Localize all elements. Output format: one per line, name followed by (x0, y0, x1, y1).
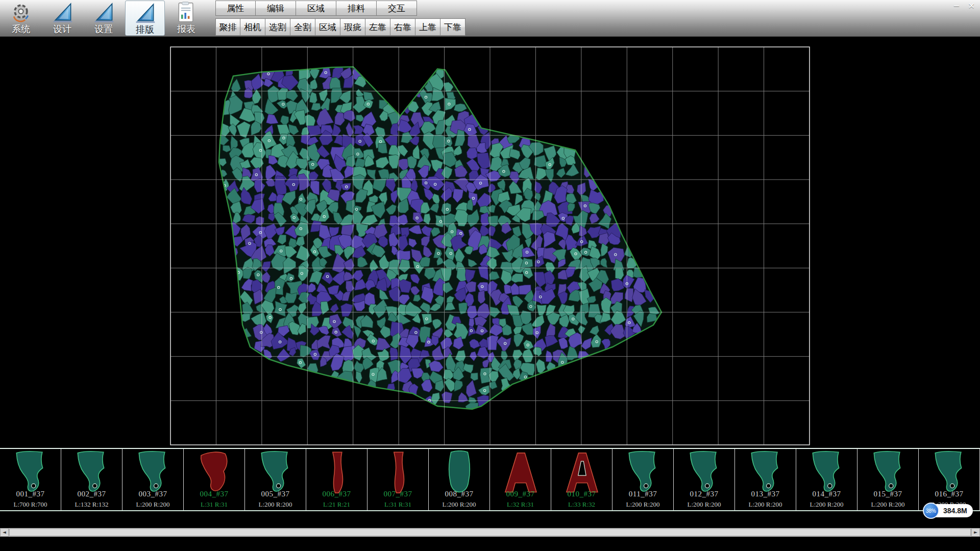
tab-system[interactable]: 系统 (1, 1, 41, 36)
scroll-left-arrow-icon[interactable]: ◄ (0, 528, 9, 537)
tool-align-right[interactable]: 右靠 (390, 18, 415, 36)
piece-lr-label: L:200 R:200 (612, 500, 673, 509)
tab-report[interactable]: 报表 (166, 1, 206, 36)
piece-lr-label: L:200 R:200 (857, 500, 918, 509)
piece-thumbnail[interactable]: 011_#37 L:200 R:200 (612, 449, 674, 510)
tab-nesting-label: 排版 (136, 24, 154, 35)
menu-region[interactable]: 区域 (296, 1, 336, 16)
tool-cut-selected[interactable]: 选割 (265, 18, 290, 36)
piece-name: 004_#37 (184, 490, 244, 498)
piece-shape (495, 450, 546, 495)
sail-icon (51, 2, 74, 24)
tab-settings[interactable]: 设置 (84, 1, 124, 36)
piece-thumbnail[interactable]: 012_#37 L:200 R:200 (674, 449, 735, 510)
tab-report-label: 报表 (177, 24, 195, 34)
piece-shape (434, 450, 485, 495)
piece-lr-label: L:700 R:700 (0, 500, 61, 509)
tool-align-top[interactable]: 上靠 (415, 18, 440, 36)
tool-cut-all[interactable]: 全割 (290, 18, 315, 36)
piece-shape (373, 450, 424, 495)
piece-lr-label: L:31 R:31 (368, 500, 428, 509)
piece-shape (801, 450, 852, 495)
piece-name: 002_#37 (61, 490, 122, 498)
piece-lr-label: L:200 R:200 (674, 500, 734, 509)
piece-name: 010_#37 (551, 490, 612, 498)
nesting-canvas-area[interactable] (0, 37, 980, 448)
tool-region[interactable]: 区域 (315, 18, 340, 36)
piece-name: 006_#37 (306, 490, 367, 498)
piece-shape (618, 450, 669, 495)
piece-thumbnail-strip: 001_#37 L:700 R:700 002_#37 L:132 R:132 … (0, 448, 980, 511)
tool-camera[interactable]: 相机 (240, 18, 265, 36)
piece-shape (250, 450, 301, 495)
progress-percent: 38% (926, 508, 936, 514)
piece-thumbnail[interactable]: 007_#37 L:31 R:31 (368, 449, 429, 510)
piece-lr-label: L:200 R:200 (245, 500, 306, 509)
piece-shape (128, 450, 179, 495)
piece-shape (189, 450, 240, 495)
piece-lr-label: L:32 R:31 (490, 500, 551, 509)
piece-thumbnail[interactable]: 004_#37 L:31 R:31 (184, 449, 245, 510)
menu-edit[interactable]: 编辑 (256, 1, 296, 16)
piece-thumbnail[interactable]: 013_#37 L:200 R:200 (735, 449, 796, 510)
piece-name: 011_#37 (612, 490, 673, 498)
piece-name: 007_#37 (368, 490, 428, 498)
piece-thumbnail[interactable]: 005_#37 L:200 R:200 (245, 449, 306, 510)
piece-lr-label: L:200 R:200 (735, 500, 796, 509)
scrollbar-thumb[interactable] (9, 529, 971, 536)
tab-nesting[interactable]: 排版 (125, 1, 165, 36)
piece-thumbnail[interactable]: 014_#37 L:200 R:200 (796, 449, 857, 510)
piece-lr-label: L:31 R:31 (184, 500, 244, 509)
piece-thumbnail[interactable]: 006_#37 L:21 R:21 (306, 449, 368, 510)
piece-name: 009_#37 (490, 490, 551, 498)
menu-nest[interactable]: 排料 (336, 1, 377, 16)
piece-shape (740, 450, 791, 495)
piece-name: 016_#37 (919, 490, 979, 498)
piece-thumbnail[interactable]: 008_#37 L:200 R:200 (429, 449, 490, 510)
piece-lr-label: L:132 R:132 (61, 500, 122, 509)
piece-thumbnail[interactable]: 002_#37 L:132 R:132 (61, 449, 122, 510)
tool-align-left[interactable]: 左靠 (365, 18, 390, 36)
report-icon (175, 2, 198, 24)
close-button[interactable]: ✕ (968, 2, 975, 11)
piece-shape (311, 450, 362, 495)
tool-align-bottom[interactable]: 下靠 (440, 18, 465, 36)
app-mode-tabs: 系统 设计 设置 排版 (1, 1, 206, 36)
piece-thumbnail[interactable]: 010_#37 L:33 R:32 (551, 449, 612, 510)
piece-thumbnail[interactable]: 003_#37 L:200 R:200 (122, 449, 184, 510)
sail-icon (92, 2, 115, 24)
menu-properties[interactable]: 属性 (215, 1, 256, 16)
piece-shape (66, 450, 117, 495)
piece-name: 003_#37 (122, 490, 183, 498)
menu-row-primary: 属性 编辑 区域 排料 交互 (215, 1, 465, 16)
piece-thumbnail[interactable]: 015_#37 L:200 R:200 (857, 449, 919, 510)
piece-thumbnail[interactable]: 009_#37 L:32 R:31 (490, 449, 551, 510)
piece-lr-label: L:200 R:200 (429, 500, 489, 509)
memory-value: 384.8M (943, 507, 967, 515)
tool-cluster-nest[interactable]: 聚排 (215, 18, 240, 36)
menu-area: 属性 编辑 区域 排料 交互 聚排 相机 选割 全割 区域 瑕疵 左靠 右靠 上… (215, 1, 465, 36)
horizontal-scrollbar[interactable]: ◄ ► (0, 528, 980, 537)
piece-name: 014_#37 (796, 490, 857, 498)
piece-lr-label: L:200 R:200 (122, 500, 183, 509)
tab-design[interactable]: 设计 (42, 1, 82, 36)
gear-icon (10, 2, 32, 24)
piece-shape (556, 450, 607, 495)
piece-name: 015_#37 (857, 490, 918, 498)
piece-name: 001_#37 (0, 490, 61, 498)
menu-interact[interactable]: 交互 (377, 1, 417, 16)
piece-thumbnail[interactable]: 001_#37 L:700 R:700 (0, 449, 61, 510)
piece-thumbnail[interactable]: 016_#37 L:200 R:200 (919, 449, 980, 510)
piece-lr-label: L:200 R:200 (796, 500, 857, 509)
scroll-right-arrow-icon[interactable]: ► (971, 528, 980, 537)
tab-system-label: 系统 (12, 24, 30, 34)
main-toolbar: 系统 设计 设置 排版 (0, 0, 980, 37)
window-controls: ─ ✕ (954, 2, 975, 11)
tab-settings-label: 设置 (94, 24, 113, 34)
hide-nesting-view (0, 37, 980, 448)
tool-defect[interactable]: 瑕疵 (340, 18, 365, 36)
piece-name: 012_#37 (674, 490, 734, 498)
piece-name: 005_#37 (245, 490, 306, 498)
piece-shape (5, 450, 56, 495)
minimize-button[interactable]: ─ (954, 2, 959, 11)
